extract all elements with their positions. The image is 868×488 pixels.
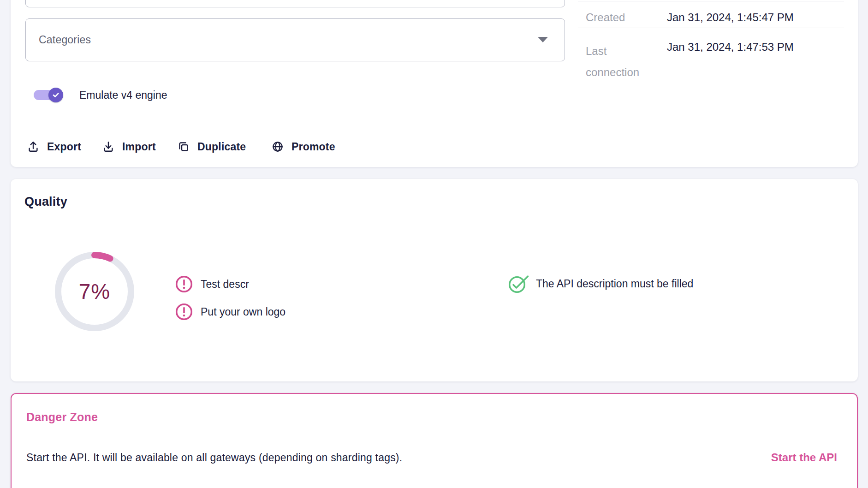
quality-warning-label: Put your own logo [201,306,285,318]
categories-select[interactable]: Categories [25,18,565,61]
categories-select-label: Categories [39,34,91,46]
emulate-v4-toggle-label: Emulate v4 engine [79,89,167,101]
quality-passed-label: The API description must be filled [536,278,693,290]
danger-zone-card: Danger Zone Start the API. It will be av… [11,393,858,488]
download-icon [102,140,115,153]
general-settings-card: Categories Emulate v4 engine Export [11,0,858,167]
created-label: Created [586,11,625,24]
promote-button-label: Promote [291,141,335,153]
upload-icon [27,140,40,153]
warning-icon [175,275,193,293]
copy-icon [177,140,190,153]
last-connection-label: Last connection [586,41,660,83]
emulate-v4-toggle[interactable] [34,88,75,102]
quality-warning-item: Put your own logo [175,303,285,321]
text-field-partial[interactable] [25,0,565,7]
export-button-label: Export [47,141,81,153]
check-circle-icon [508,274,529,293]
import-button-label: Import [122,141,156,153]
start-api-description: Start the API. It will be available on a… [26,452,402,464]
export-button[interactable]: Export [27,135,81,159]
quality-score-value: 7% [55,252,134,331]
duplicate-button-label: Duplicate [197,141,246,153]
info-divider [578,28,844,28]
quality-passed-item: The API description must be filled [508,274,693,293]
toggle-thumb [48,88,63,102]
info-divider [578,1,844,1]
quality-warning-label: Test descr [201,278,249,291]
promote-button[interactable]: Promote [271,135,335,159]
quality-score-donut: 7% [55,252,134,331]
danger-zone-row: Start the API. It will be available on a… [26,447,837,468]
api-actions-row: Export Import Duplicate [11,135,564,159]
duplicate-button[interactable]: Duplicate [177,135,246,159]
warning-icon [175,303,193,321]
import-button[interactable]: Import [102,135,156,159]
last-connection-value: Jan 31, 2024, 1:47:53 PM [667,41,794,54]
start-api-button[interactable]: Start the API [771,451,837,464]
created-value: Jan 31, 2024, 1:45:47 PM [667,11,794,24]
quality-warning-item: Test descr [175,275,249,293]
quality-card: Quality 7% Test descr Put your own logo [11,179,858,381]
danger-zone-title: Danger Zone [26,411,98,424]
quality-title: Quality [24,195,67,209]
check-icon [51,90,60,100]
globe-icon [271,140,284,153]
chevron-down-icon[interactable] [538,37,548,42]
